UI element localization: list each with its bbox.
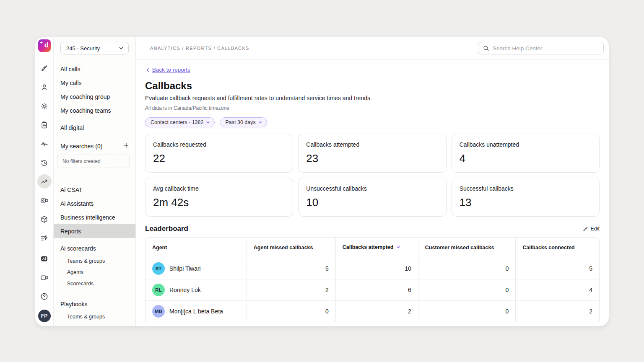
- metric-cell: 6: [335, 279, 418, 301]
- sidebar-item-teams-groups[interactable]: Teams & groups: [54, 311, 135, 322]
- search-icon: [483, 45, 489, 52]
- filter-pill-label: Contact centers · 1382: [151, 119, 203, 125]
- sidebar-item-ai-csat[interactable]: Ai CSAT: [54, 183, 135, 197]
- sidebar-item-business-intelligence[interactable]: Business intelligence: [54, 210, 135, 224]
- table-row[interactable]: ST Shilpi Tiwari51005: [145, 258, 599, 279]
- help-icon[interactable]: [37, 289, 52, 303]
- sidebar-item-reports[interactable]: Reports: [54, 224, 135, 238]
- ai-app-icon[interactable]: [37, 251, 52, 266]
- pulse-icon[interactable]: [37, 137, 52, 151]
- stat-value: 4: [460, 152, 592, 165]
- search-input[interactable]: [493, 45, 599, 52]
- avatar: MB: [152, 305, 165, 318]
- page-content: Back to reports Callbacks Evaluate callb…: [136, 60, 609, 326]
- metric-cell: 10: [335, 258, 418, 279]
- sidebar-item-my-coaching-group[interactable]: My coaching group: [54, 90, 135, 103]
- sidebar-item-label: Playbooks: [60, 301, 88, 308]
- edit-button[interactable]: Edit: [583, 226, 600, 232]
- sidebar-item-label: All calls: [60, 66, 80, 72]
- clipboard-ai-icon[interactable]: [37, 118, 52, 132]
- edit-button-label: Edit: [590, 226, 600, 232]
- column-header-agent-missed-callbacks[interactable]: Agent missed callbacks: [247, 238, 335, 258]
- filter-pill-label: Past 30 days: [225, 119, 255, 125]
- column-header-callbacks-attempted[interactable]: Callbacks attempted: [335, 238, 418, 258]
- sidebar-nav: All callsMy callsMy coaching groupMy coa…: [54, 54, 135, 322]
- column-header-agent[interactable]: Agent: [145, 238, 247, 258]
- sidebar-item-agents[interactable]: Agents: [54, 266, 135, 278]
- column-header-customer-missed-callbacks[interactable]: Customer missed callbacks: [418, 238, 516, 258]
- page-subtitle: Evaluate callback requests and fulfillme…: [145, 95, 600, 101]
- stat-card-callbacks-attempted: Callbacks attempted 23: [298, 134, 446, 173]
- column-header-label: Customer missed callbacks: [425, 245, 494, 251]
- app-window: ✦ d FP 245 - Security All callsMy callsM…: [35, 37, 609, 326]
- stat-label: Successful callbacks: [460, 185, 592, 192]
- leaderboard-title: Leaderboard: [145, 225, 188, 233]
- metric-cell: 4: [516, 279, 599, 301]
- metric-cell: 0: [418, 258, 516, 279]
- back-to-reports-link[interactable]: Back to reports: [145, 67, 190, 73]
- trending-up-icon[interactable]: [37, 174, 52, 189]
- sidebar-item-playbooks[interactable]: Playbooks: [54, 297, 135, 311]
- sidebar-item-my-coaching-teams[interactable]: My coaching teams: [54, 103, 135, 117]
- chevron-down-icon: [396, 245, 401, 250]
- agent-name: Mon[i]ca L beta Beta: [169, 308, 223, 315]
- column-header-callbacks-connected[interactable]: Callbacks connected: [516, 238, 599, 258]
- table-row[interactable]: MB Mon[i]ca L beta Beta0202: [145, 301, 599, 322]
- sidebar-item-label: My calls: [60, 80, 82, 86]
- person-icon[interactable]: [37, 80, 52, 94]
- leaderboard-table: AgentAgent missed callbacksCallbacks att…: [145, 237, 600, 322]
- workspace-selector[interactable]: 245 - Security: [60, 42, 129, 54]
- list-lightning-icon[interactable]: [37, 231, 52, 245]
- filter-pills: Contact centers · 1382Past 30 days: [145, 117, 600, 127]
- stat-value: 10: [306, 196, 438, 209]
- back-link-label: Back to reports: [152, 67, 190, 73]
- sidebar: 245 - Security All callsMy callsMy coach…: [54, 37, 136, 326]
- column-header-label: Agent missed callbacks: [254, 245, 313, 251]
- sparkle-icon: ✦: [40, 40, 43, 45]
- stat-card-unsuccessful-callbacks: Unsuccessful callbacks 10: [298, 178, 446, 217]
- sidebar-item-teams-groups[interactable]: Teams & groups: [54, 255, 135, 266]
- sidebar-item-label: My searches (0): [60, 143, 102, 150]
- filter-pill-past-30-days[interactable]: Past 30 days: [220, 117, 267, 127]
- sidebar-item-label: All digital: [60, 124, 84, 131]
- sidebar-item-my-calls[interactable]: My calls: [54, 76, 135, 90]
- column-header-label: Agent: [152, 245, 167, 251]
- stat-label: Avg callback time: [153, 185, 285, 192]
- workspace-selector-label: 245 - Security: [66, 45, 100, 52]
- metric-cell: 2: [516, 301, 599, 322]
- sidebar-item-all-calls[interactable]: All calls: [54, 62, 135, 76]
- main-area: ANALYTICS / REPORTS / CALLBACKS Back to …: [136, 37, 609, 326]
- help-search[interactable]: [478, 42, 604, 54]
- sidebar-item-label: Business intelligence: [60, 214, 115, 221]
- stat-value: 22: [153, 152, 285, 165]
- chevron-down-icon: [118, 45, 124, 51]
- metric-cell: 2: [335, 301, 418, 322]
- video-camera-icon[interactable]: [37, 270, 52, 284]
- sidebar-item-ai-assistants[interactable]: Ai Assistants: [54, 197, 135, 210]
- sidebar-item-all-digital[interactable]: All digital: [54, 121, 135, 134]
- metric-cell: 2: [247, 279, 335, 301]
- stat-value: 23: [306, 152, 438, 165]
- table-row[interactable]: RL Ronney Lok2604: [145, 279, 599, 301]
- sidebar-item-my-searches-0[interactable]: My searches (0): [54, 139, 135, 153]
- rocket-icon[interactable]: [37, 61, 52, 75]
- stat-label: Callbacks unattempted: [460, 141, 592, 148]
- stat-card-successful-callbacks: Successful callbacks 13: [452, 178, 600, 217]
- metric-cell: 0: [418, 301, 516, 322]
- gear-icon[interactable]: [37, 99, 52, 113]
- column-header-label: Callbacks attempted: [343, 244, 394, 250]
- pencil-icon: [583, 226, 588, 232]
- avatar: ST: [152, 262, 165, 275]
- camera-gear-icon[interactable]: [37, 193, 52, 207]
- sidebar-item-ai-scorecards[interactable]: Ai scorecards: [54, 241, 135, 255]
- cube-icon[interactable]: [37, 212, 52, 226]
- sidebar-item-scorecards[interactable]: Scorecards: [54, 278, 135, 289]
- stat-label: Unsuccessful callbacks: [306, 185, 438, 192]
- user-avatar[interactable]: FP: [38, 310, 51, 322]
- sidebar-item-label: Scorecards: [67, 281, 93, 287]
- history-icon[interactable]: [37, 155, 52, 170]
- avatar: RL: [152, 284, 165, 296]
- add-search-button[interactable]: [123, 142, 130, 150]
- filter-pill-contact-centers-1382[interactable]: Contact centers · 1382: [145, 117, 215, 127]
- app-logo[interactable]: ✦ d: [38, 39, 51, 52]
